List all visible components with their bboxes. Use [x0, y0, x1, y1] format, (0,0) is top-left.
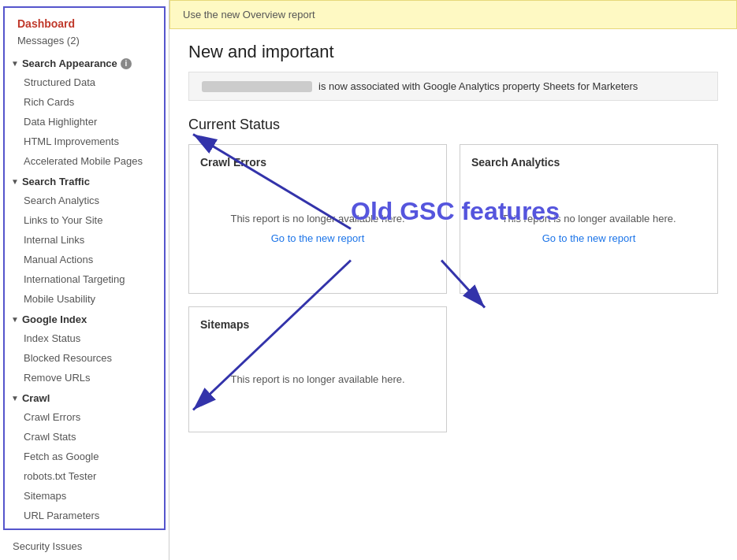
sidebar-item-accelerated-mobile[interactable]: Accelerated Mobile Pages	[5, 151, 164, 171]
search-analytics-no-report: This report is no longer available here.	[501, 213, 676, 224]
sidebar-section-search-traffic[interactable]: ▼ Search Traffic	[5, 171, 164, 191]
sitemaps-no-report: This report is no longer available here.	[230, 373, 404, 385]
sidebar-item-structured-data[interactable]: Structured Data	[5, 72, 164, 92]
sidebar-section-crawl[interactable]: ▼ Crawl	[5, 388, 164, 407]
chevron-down-icon: ▼	[11, 394, 19, 402]
sidebar-item-international-targeting[interactable]: International Targeting	[5, 269, 164, 289]
sidebar-item-search-analytics[interactable]: Search Analytics	[5, 191, 164, 210]
banner-text: Use the new Overview report	[183, 9, 315, 20]
chevron-down-icon: ▼	[11, 315, 19, 324]
sitemaps-card-body: This report is no longer available here.	[200, 337, 435, 421]
sidebar-item-sitemaps[interactable]: Sitemaps	[5, 486, 164, 506]
sidebar-section-search-appearance[interactable]: ▼ Search Appearance i	[5, 53, 164, 72]
sidebar-item-rich-cards[interactable]: Rich Cards	[5, 92, 164, 112]
notification-text: is now associated with Google Analytics …	[318, 80, 638, 92]
sidebar-item-index-status[interactable]: Index Status	[5, 328, 164, 348]
sidebar-item-crawl-errors[interactable]: Crawl Errors	[5, 407, 164, 427]
crawl-errors-card-title: Crawl Errors	[200, 156, 435, 169]
current-status-title: Current Status	[188, 117, 718, 133]
sidebar-section-label: Search Appearance	[22, 57, 117, 69]
sidebar-item-data-highlighter[interactable]: Data Highlighter	[5, 112, 164, 132]
chevron-down-icon: ▼	[11, 177, 19, 186]
blurred-domain	[202, 81, 312, 92]
sidebar-item-internal-links[interactable]: Internal Links	[5, 230, 164, 250]
sidebar-dashboard-link[interactable]: Dashboard	[5, 11, 164, 33]
notification-bar: is now associated with Google Analytics …	[188, 72, 718, 101]
sidebar-section-label: Crawl	[22, 392, 50, 404]
main-content-area: Use the new Overview report New and impo…	[169, 0, 737, 560]
search-analytics-card: Search Analytics This report is no longe…	[460, 144, 718, 294]
crawl-errors-new-report-link[interactable]: Go to the new report	[271, 232, 365, 244]
chevron-down-icon: ▼	[11, 59, 19, 68]
crawl-errors-card-body: This report is no longer available here.…	[200, 175, 435, 282]
sidebar-section-label: Google Index	[22, 313, 87, 325]
sitemaps-card: Sitemaps This report is no longer availa…	[188, 306, 447, 432]
sidebar-item-remove-urls[interactable]: Remove URLs	[5, 368, 164, 388]
sidebar-item-crawl-stats[interactable]: Crawl Stats	[5, 427, 164, 447]
info-icon[interactable]: i	[121, 58, 132, 69]
sidebar-item-blocked-resources[interactable]: Blocked Resources	[5, 348, 164, 368]
new-important-title: New and important	[188, 42, 718, 62]
sidebar-item-security-issues[interactable]: Security Issues	[0, 536, 169, 556]
sidebar-item-url-parameters[interactable]: URL Parameters	[5, 506, 164, 525]
sidebar-section-google-index[interactable]: ▼ Google Index	[5, 309, 164, 328]
search-analytics-card-title: Search Analytics	[471, 156, 706, 169]
sitemaps-card-title: Sitemaps	[200, 318, 435, 331]
sidebar: Dashboard Messages (2) ▼ Search Appearan…	[0, 0, 169, 560]
sidebar-item-html-improvements[interactable]: HTML Improvements	[5, 132, 164, 151]
cards-grid: Crawl Errors This report is no longer av…	[188, 144, 718, 294]
sidebar-section-label: Search Traffic	[22, 176, 90, 187]
search-analytics-new-report-link[interactable]: Go to the new report	[542, 232, 636, 244]
sidebar-item-web-tools[interactable]: Web Tools	[0, 556, 169, 560]
sidebar-item-manual-actions[interactable]: Manual Actions	[5, 250, 164, 269]
crawl-errors-card: Crawl Errors This report is no longer av…	[188, 144, 447, 294]
main-body: New and important is now associated with…	[169, 29, 737, 445]
overview-banner: Use the new Overview report	[169, 0, 737, 29]
sidebar-item-robots-tester[interactable]: robots.txt Tester	[5, 466, 164, 486]
sidebar-item-mobile-usability[interactable]: Mobile Usability	[5, 289, 164, 309]
crawl-errors-no-report: This report is no longer available here.	[230, 213, 404, 224]
sidebar-messages-link[interactable]: Messages (2)	[5, 33, 164, 53]
search-analytics-card-body: This report is no longer available here.…	[471, 175, 706, 282]
sidebar-item-links-to-site[interactable]: Links to Your Site	[5, 210, 164, 230]
sidebar-item-fetch-as-google[interactable]: Fetch as Google	[5, 447, 164, 466]
